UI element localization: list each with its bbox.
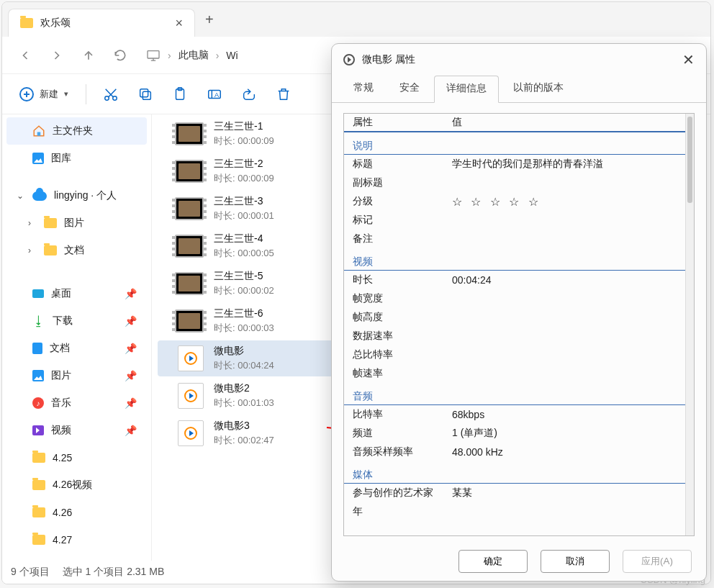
prop-value[interactable]: 某某	[452, 487, 677, 499]
dialog-tabs: 常规 安全 详细信息 以前的版本	[332, 76, 706, 103]
sidebar-item-label: 主文件夹	[53, 125, 137, 137]
sidebar-music[interactable]: ♪音乐📌	[6, 389, 147, 417]
sidebar-folder[interactable]: 4.25	[6, 444, 147, 471]
video-icon	[32, 425, 44, 435]
status-count: 9 个项目	[11, 566, 50, 579]
folder-icon	[32, 453, 45, 463]
video-thumbnail	[175, 122, 204, 145]
svg-text:A: A	[214, 91, 220, 98]
svg-rect-3	[143, 91, 150, 99]
sidebar-item-label: 文档	[50, 342, 117, 355]
sidebar-gallery[interactable]: 图库	[6, 145, 147, 172]
file-name: 三生三世-3	[214, 195, 274, 208]
video-thumbnail	[175, 160, 204, 183]
forward-button[interactable]	[42, 41, 71, 70]
breadcrumb-item[interactable]: 此电脑	[178, 49, 209, 62]
media-icon	[178, 383, 204, 409]
home-icon	[32, 125, 45, 137]
svg-point-1	[105, 96, 109, 100]
new-tab-button[interactable]: +	[195, 3, 224, 37]
pin-icon: 📌	[125, 343, 137, 354]
pin-icon: 📌	[125, 370, 137, 381]
svg-rect-9	[37, 132, 41, 136]
prop-key: 总比特率	[353, 348, 452, 361]
sidebar-folder[interactable]: 4.27	[6, 526, 147, 553]
plus-circle-icon	[19, 87, 34, 101]
file-duration: 时长: 00:00:03	[214, 322, 274, 335]
svg-point-2	[113, 96, 117, 100]
section-media: 媒体	[344, 464, 685, 484]
file-duration: 时长: 00:00:01	[214, 209, 274, 222]
copy-button[interactable]	[130, 78, 161, 110]
file-duration: 时长: 00:00:02	[214, 284, 274, 297]
rename-button[interactable]: A	[199, 78, 230, 110]
delete-button[interactable]	[268, 78, 299, 110]
prop-value[interactable]: 学生时代的我们是那样的青春洋溢	[452, 158, 677, 171]
address-bar[interactable]: › 此电脑 › Wi	[146, 49, 238, 62]
tab-general[interactable]: 常规	[342, 76, 385, 102]
prop-key: 数据速率	[353, 330, 452, 343]
image-icon	[32, 370, 44, 381]
sidebar-od-pictures[interactable]: ›图片	[6, 209, 147, 237]
play-icon	[343, 54, 355, 65]
file-duration: 时长: 00:01:03	[214, 397, 274, 410]
prop-key: 分级	[353, 195, 452, 208]
sidebar-folder[interactable]: 4.26视频	[6, 471, 147, 499]
sidebar-od-docs[interactable]: ›文档	[6, 237, 147, 264]
sidebar-folder[interactable]: 4.26	[6, 499, 147, 526]
sidebar-onedrive[interactable]: ⌄lingying · 个人	[6, 182, 147, 209]
tab-bar: 欢乐颂 × +	[2, 2, 710, 37]
tab-previous[interactable]: 以前的版本	[502, 76, 575, 102]
scrollbar[interactable]	[685, 114, 694, 535]
file-name: 三生三世-5	[214, 270, 274, 283]
status-selection: 选中 1 个项目 2.31 MB	[63, 566, 165, 579]
section-description: 说明	[344, 135, 685, 155]
tab-security[interactable]: 安全	[388, 76, 431, 102]
sidebar-downloads[interactable]: ⭳下载📌	[6, 307, 147, 335]
cut-button[interactable]	[95, 78, 127, 110]
tab-details[interactable]: 详细信息	[434, 76, 499, 103]
folder-icon	[32, 480, 45, 490]
sidebar-pictures[interactable]: 图片📌	[6, 362, 147, 389]
prop-key: 比特率	[353, 408, 452, 421]
sidebar-home[interactable]: 主文件夹	[6, 117, 147, 145]
prop-key: 时长	[353, 273, 452, 286]
chevron-down-icon: ▾	[64, 89, 68, 99]
prop-key: 频道	[353, 427, 452, 440]
chevron-right-icon: ›	[168, 50, 171, 61]
pin-icon: 📌	[125, 315, 137, 327]
close-icon[interactable]: ×	[175, 17, 183, 30]
prop-value: 68kbps	[452, 409, 677, 420]
sidebar-desktop[interactable]: 桌面📌	[6, 280, 147, 307]
cancel-button[interactable]: 取消	[541, 550, 610, 573]
back-button[interactable]	[11, 41, 40, 70]
sidebar-item-label: 下载	[53, 315, 117, 327]
breadcrumb-item[interactable]: Wi	[226, 50, 238, 61]
paste-button[interactable]	[164, 78, 196, 110]
prop-key: 年	[353, 505, 452, 518]
close-icon[interactable]: ✕	[682, 51, 695, 68]
sidebar-item-label: 音乐	[51, 397, 117, 410]
sidebar: 主文件夹 图库 ⌄lingying · 个人 ›图片 ›文档 桌面📌 ⭳下载📌 …	[2, 114, 152, 561]
prop-key: 标记	[353, 214, 452, 227]
new-button[interactable]: 新建 ▾	[11, 81, 77, 107]
sidebar-item-label: 4.25	[53, 452, 137, 463]
prop-value: 1 (单声道)	[452, 427, 677, 440]
share-button[interactable]	[233, 78, 265, 110]
tab-active[interactable]: 欢乐颂 ×	[8, 9, 195, 37]
up-button[interactable]	[74, 41, 103, 70]
ok-button[interactable]: 确定	[458, 550, 528, 573]
sidebar-videos[interactable]: 视频📌	[6, 417, 147, 444]
document-icon	[32, 343, 42, 354]
prop-key: 备注	[353, 232, 452, 245]
prop-key: 参与创作的艺术家	[353, 487, 452, 499]
cloud-icon	[32, 191, 47, 201]
sidebar-item-label: 图库	[51, 152, 137, 165]
chevron-right-icon: ›	[216, 50, 220, 61]
col-value: 值	[452, 116, 677, 129]
rating-stars[interactable]: ☆ ☆ ☆ ☆ ☆	[452, 195, 677, 209]
sidebar-item-label: 桌面	[51, 287, 117, 300]
apply-button: 应用(A)	[623, 550, 692, 573]
refresh-button[interactable]	[106, 41, 135, 70]
sidebar-documents[interactable]: 文档📌	[6, 335, 147, 362]
